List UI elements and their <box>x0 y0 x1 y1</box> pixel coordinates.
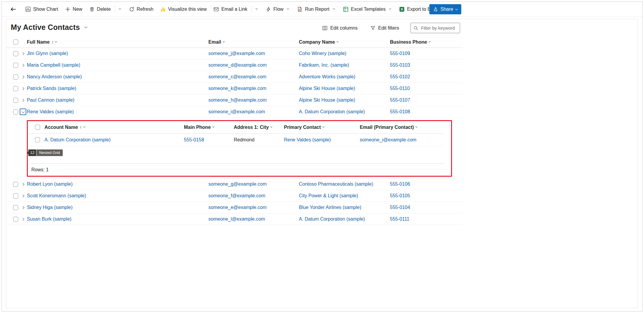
email-link-button[interactable]: Email a Link <box>210 4 262 15</box>
new-button[interactable]: New <box>62 4 85 14</box>
row-checkbox[interactable] <box>13 109 18 114</box>
contact-row[interactable]: Scott Konersmann (sample) someone_f@exam… <box>6 190 463 202</box>
contact-name-link[interactable]: Paul Cannon (sample) <box>27 97 208 103</box>
share-button[interactable]: Share <box>429 4 461 14</box>
contact-row[interactable]: Rene Valdes (sample) someone_i@example.c… <box>6 106 463 118</box>
nested-grid-row[interactable]: A. Datum Corporation (sample) 555-0158 R… <box>29 134 443 146</box>
business-phone-link[interactable]: 555-0103 <box>390 62 438 68</box>
contact-email-link[interactable]: someone_c@example.com <box>208 74 299 80</box>
account-name-link[interactable]: A. Datum Corporation (sample) <box>44 137 184 143</box>
business-phone-link[interactable]: 555-0107 <box>390 97 438 103</box>
row-checkbox[interactable] <box>13 217 18 222</box>
contact-name-link[interactable]: Sidney Higa (sample) <box>27 205 208 210</box>
flow-button[interactable]: Flow <box>263 4 293 14</box>
contact-email-link[interactable]: someone_g@example.com <box>208 181 299 187</box>
nested-select-all-checkbox[interactable] <box>35 125 40 130</box>
contact-name-link[interactable]: Maria Campbell (sample) <box>27 62 208 68</box>
contact-email-link[interactable]: someone_e@example.com <box>208 205 299 210</box>
column-header-company-name[interactable]: Company Name <box>299 39 390 45</box>
edit-filters-button[interactable]: Edit filters <box>369 24 400 33</box>
column-header-primary-contact[interactable]: Primary Contact <box>284 125 360 130</box>
business-phone-link[interactable]: 555-0106 <box>390 181 438 187</box>
row-checkbox[interactable] <box>13 98 18 103</box>
company-name-link[interactable]: Alpine Ski House (sample) <box>299 97 390 103</box>
company-name-link[interactable]: Adventure Works (sample) <box>299 74 390 80</box>
edit-columns-button[interactable]: Edit columns <box>321 24 359 33</box>
flow-dropdown-chevron[interactable] <box>286 8 290 10</box>
run-report-button[interactable]: Run Report <box>294 4 339 14</box>
business-phone-link[interactable]: 555-0104 <box>390 205 438 210</box>
expand-row-chevron[interactable] <box>20 216 26 222</box>
contact-email-link[interactable]: someone_h@example.com <box>208 97 299 103</box>
delete-button[interactable]: Delete <box>86 4 125 15</box>
visualize-view-button[interactable]: Visualize this view <box>157 4 210 14</box>
business-phone-link[interactable]: 555-0105 <box>390 193 438 199</box>
contact-row[interactable]: Nancy Anderson (sample) someone_c@exampl… <box>6 71 463 83</box>
contact-name-link[interactable]: Robert Lyon (sample) <box>27 181 208 187</box>
row-checkbox[interactable] <box>13 74 18 80</box>
company-name-link[interactable]: Coho Winery (sample) <box>299 51 390 56</box>
contact-row[interactable]: Robert Lyon (sample) someone_g@example.c… <box>6 178 463 190</box>
company-name-link[interactable]: A. Datum Corporation (sample) <box>299 109 390 114</box>
expand-row-chevron[interactable] <box>20 97 26 103</box>
business-phone-link[interactable]: 555-0109 <box>390 51 438 56</box>
business-phone-link[interactable]: 555-0102 <box>390 74 438 80</box>
view-selector-chevron[interactable] <box>83 26 88 29</box>
column-header-full-name[interactable]: Full Name ↑ <box>27 39 208 45</box>
expand-row-chevron[interactable] <box>20 62 26 68</box>
contact-row[interactable]: Patrick Sands (sample) someone_k@example… <box>6 83 463 94</box>
contact-email-link[interactable]: someone_k@example.com <box>208 86 299 91</box>
keyword-filter-input[interactable] <box>420 25 456 31</box>
contact-email-link[interactable]: someone_i@example.com <box>208 109 299 114</box>
business-phone-link[interactable]: 555-0108 <box>390 109 438 114</box>
column-header-business-phone[interactable]: Business Phone <box>390 39 438 45</box>
excel-templates-dropdown-chevron[interactable] <box>388 8 392 10</box>
contact-name-link[interactable]: Jim Glynn (sample) <box>27 51 208 56</box>
refresh-button[interactable]: Refresh <box>126 4 156 14</box>
expand-row-chevron[interactable] <box>20 109 26 115</box>
contact-name-link[interactable]: Nancy Anderson (sample) <box>27 74 208 80</box>
delete-dropdown-chevron[interactable] <box>118 8 122 10</box>
contact-row[interactable]: Sidney Higa (sample) someone_e@example.c… <box>6 202 463 213</box>
business-phone-link[interactable]: 555-0110 <box>390 86 438 91</box>
expand-row-chevron[interactable] <box>20 50 26 57</box>
contact-email-link[interactable]: someone_d@example.com <box>208 62 299 68</box>
back-button[interactable] <box>8 4 19 14</box>
column-header-main-phone[interactable]: Main Phone <box>184 125 234 130</box>
nested-row-checkbox[interactable] <box>35 137 40 142</box>
main-phone-link[interactable]: 555-0158 <box>184 137 234 143</box>
contact-row[interactable]: Paul Cannon (sample) someone_h@example.c… <box>6 94 463 106</box>
contact-row[interactable]: Jim Glynn (sample) someone_j@example.com… <box>6 48 463 59</box>
row-checkbox[interactable] <box>13 86 18 91</box>
contact-email-link[interactable]: someone_l@example.com <box>208 216 299 222</box>
expand-row-chevron[interactable] <box>20 85 26 92</box>
expand-row-chevron[interactable] <box>20 193 26 199</box>
contact-name-link[interactable]: Susan Burk (sample) <box>27 216 208 222</box>
contact-row[interactable]: Susan Burk (sample) someone_l@example.co… <box>6 213 463 225</box>
select-all-checkbox[interactable] <box>13 39 18 45</box>
contact-name-link[interactable]: Scott Konersmann (sample) <box>27 193 208 199</box>
row-checkbox[interactable] <box>13 51 18 56</box>
column-header-account-name[interactable]: Account Name ↑ <box>44 125 184 130</box>
expand-row-chevron[interactable] <box>20 181 26 187</box>
excel-templates-button[interactable]: Excel Templates <box>340 4 395 14</box>
email-link-dropdown-chevron[interactable] <box>254 8 259 10</box>
column-header-address-city[interactable]: Address 1: City <box>234 125 284 130</box>
show-chart-button[interactable]: Show Chart <box>22 4 61 14</box>
column-header-email-primary-contact[interactable]: Email (Primary Contact) <box>360 125 433 130</box>
run-report-dropdown-chevron[interactable] <box>332 8 336 10</box>
company-name-link[interactable]: Fabrikam, Inc. (sample) <box>299 62 390 68</box>
expand-row-chevron[interactable] <box>20 74 26 80</box>
expand-row-chevron[interactable] <box>20 204 26 211</box>
column-header-email[interactable]: Email <box>208 39 299 45</box>
email-primary-contact-link[interactable]: someone_i@example.com <box>360 137 433 143</box>
row-checkbox[interactable] <box>13 193 18 199</box>
company-name-link[interactable]: Contoso Pharmaceuticals (sample) <box>299 181 390 187</box>
primary-contact-link[interactable]: Rene Valdes (sample) <box>284 137 360 143</box>
business-phone-link[interactable]: 555-0111 <box>390 216 438 222</box>
contact-name-link[interactable]: Rene Valdes (sample) <box>27 109 208 114</box>
company-name-link[interactable]: A. Datum Corporation (sample) <box>299 216 390 222</box>
company-name-link[interactable]: Alpine Ski House (sample) <box>299 86 390 91</box>
contact-email-link[interactable]: someone_f@example.com <box>208 193 299 199</box>
row-checkbox[interactable] <box>13 63 18 68</box>
